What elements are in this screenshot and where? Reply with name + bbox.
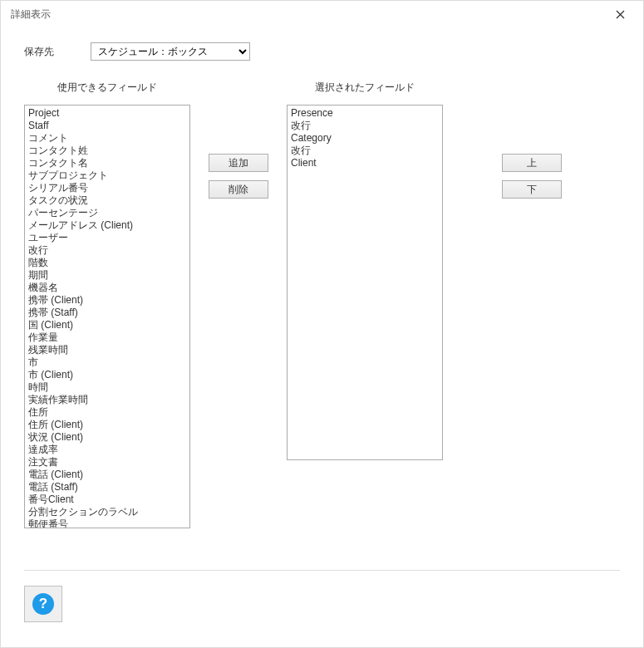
list-item[interactable]: Project (28, 107, 186, 120)
list-item[interactable]: 電話 (Staff) (28, 481, 186, 493)
available-header: 使用できるフィールド (24, 81, 190, 95)
save-target-label: 保存先 (24, 45, 91, 59)
list-item[interactable]: 市 (Client) (28, 369, 186, 381)
selected-column: 選択されたフィールド Presence改行Category改行Client (287, 81, 443, 558)
list-item[interactable]: ユーザー (28, 232, 186, 244)
help-icon: ? (32, 593, 54, 615)
content-area: 保存先 スケジュール：ボックス 使用できるフィールド ProjectStaffコ… (1, 27, 643, 647)
footer: ? (24, 586, 620, 637)
add-remove-column: 追加 削除 (190, 81, 287, 558)
list-item[interactable]: 住所 (28, 406, 186, 419)
list-item[interactable]: Category (291, 132, 439, 145)
move-up-button[interactable]: 上 (502, 154, 562, 172)
list-item[interactable]: Staff (28, 120, 186, 132)
list-item[interactable]: 郵便番号 (28, 518, 186, 528)
save-target-select[interactable]: スケジュール：ボックス (91, 42, 250, 61)
list-item[interactable]: 実績作業時間 (28, 394, 186, 406)
list-item[interactable]: 時間 (28, 381, 186, 394)
list-item[interactable]: Presence (291, 107, 439, 120)
selected-header: 選択されたフィールド (287, 81, 443, 95)
reorder-column: 上 下 (443, 81, 620, 558)
list-item[interactable]: 達成率 (28, 444, 186, 456)
list-item[interactable]: 期間 (28, 269, 186, 282)
list-item[interactable]: 番号Client (28, 493, 186, 506)
close-icon (616, 10, 625, 19)
available-fields-list[interactable]: ProjectStaffコメントコンタクト姓コンタクト名サブプロジェクトシリアル… (24, 105, 190, 528)
window-title: 詳細表示 (11, 7, 51, 22)
list-item[interactable]: 分割セクションのラベル (28, 506, 186, 518)
available-column: 使用できるフィールド ProjectStaffコメントコンタクト姓コンタクト名サ… (24, 81, 190, 558)
list-item[interactable]: サブプロジェクト (28, 169, 186, 182)
list-item[interactable]: 国 (Client) (28, 319, 186, 331)
list-item[interactable]: メールアドレス (Client) (28, 219, 186, 232)
list-item[interactable]: タスクの状況 (28, 194, 186, 207)
list-item[interactable]: 機器名 (28, 282, 186, 294)
save-target-row: 保存先 スケジュール：ボックス (24, 42, 620, 61)
list-item[interactable]: Client (291, 157, 439, 169)
divider (24, 570, 620, 571)
list-item[interactable]: 残業時間 (28, 344, 186, 356)
title-bar: 詳細表示 (1, 1, 643, 27)
list-item[interactable]: コメント (28, 132, 186, 145)
list-item[interactable]: パーセンテージ (28, 207, 186, 219)
list-item[interactable]: 改行 (291, 120, 439, 132)
list-item[interactable]: 市 (28, 356, 186, 369)
help-button[interactable]: ? (24, 586, 62, 622)
remove-button[interactable]: 削除 (209, 180, 268, 199)
list-item[interactable]: 階数 (28, 257, 186, 269)
list-item[interactable]: 電話 (Client) (28, 469, 186, 481)
add-button[interactable]: 追加 (209, 154, 268, 172)
list-item[interactable]: 改行 (28, 244, 186, 257)
list-item[interactable]: 状況 (Client) (28, 431, 186, 444)
list-item[interactable]: 住所 (Client) (28, 419, 186, 431)
dialog-window: 詳細表示 保存先 スケジュール：ボックス 使用できるフィールド ProjectS… (0, 0, 644, 648)
selected-fields-list[interactable]: Presence改行Category改行Client (287, 105, 443, 460)
list-item[interactable]: 作業量 (28, 331, 186, 344)
move-down-button[interactable]: 下 (502, 180, 562, 199)
list-item[interactable]: 注文書 (28, 456, 186, 469)
list-item[interactable]: 改行 (291, 145, 439, 157)
list-item[interactable]: シリアル番号 (28, 182, 186, 194)
close-button[interactable] (607, 4, 633, 24)
fields-area: 使用できるフィールド ProjectStaffコメントコンタクト姓コンタクト名サ… (24, 81, 620, 558)
list-item[interactable]: 携帯 (Staff) (28, 307, 186, 319)
list-item[interactable]: 携帯 (Client) (28, 294, 186, 307)
list-item[interactable]: コンタクト姓 (28, 145, 186, 157)
list-item[interactable]: コンタクト名 (28, 157, 186, 169)
